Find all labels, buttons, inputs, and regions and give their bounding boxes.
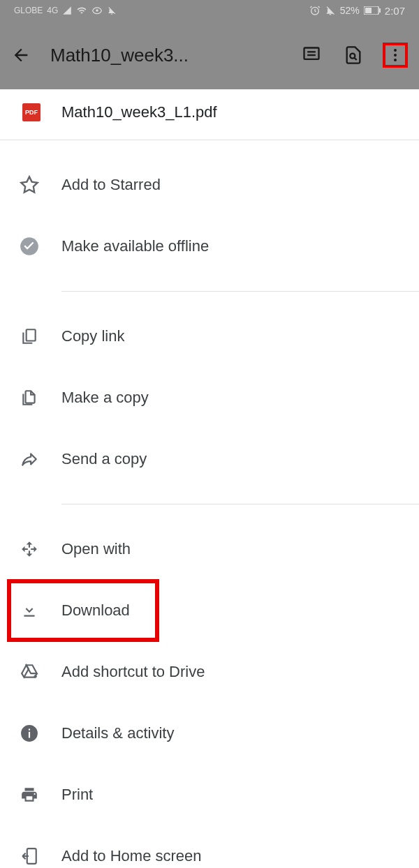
find-in-page-icon	[344, 45, 363, 65]
file-name: Math10_week3_L1.pdf	[61, 103, 217, 121]
more-vert-icon	[387, 47, 404, 63]
eye-icon	[91, 6, 103, 15]
star-icon	[20, 175, 39, 195]
status-bar: GLOBE 4G 52% 2:07	[0, 0, 419, 21]
drive-shortcut-icon	[20, 662, 39, 682]
menu-item-download[interactable]: Download	[0, 580, 419, 641]
menu-item-print[interactable]: Print	[0, 764, 419, 825]
menu-label-addshortcut: Add shortcut to Drive	[61, 663, 205, 681]
comment-button[interactable]	[299, 43, 324, 68]
svg-point-12	[394, 59, 397, 61]
send-icon	[20, 449, 39, 469]
alarm-icon	[309, 5, 321, 16]
svg-rect-5	[304, 48, 319, 59]
open-with-icon	[20, 539, 39, 559]
offline-icon	[20, 237, 39, 256]
file-header: PDF Math10_week3_L1.pdf	[0, 89, 419, 140]
home-screen-icon	[20, 846, 39, 866]
svg-rect-20	[29, 729, 30, 731]
copy-link-icon	[20, 327, 39, 346]
dnd-icon	[107, 6, 117, 15]
svg-rect-3	[365, 8, 372, 13]
svg-point-11	[394, 54, 397, 57]
make-copy-icon	[20, 388, 39, 407]
app-title: Math10_week3...	[50, 45, 279, 66]
comment-icon	[302, 45, 321, 65]
menu-label-offline: Make available offline	[61, 237, 209, 255]
menu-item-openwith[interactable]: Open with	[0, 518, 419, 580]
menu-item-sendcopy[interactable]: Send a copy	[0, 428, 419, 490]
menu-item-offline[interactable]: Make available offline	[0, 216, 419, 277]
more-options-button[interactable]	[383, 43, 408, 68]
svg-point-0	[96, 9, 99, 12]
svg-rect-19	[29, 732, 30, 738]
search-in-doc-button[interactable]	[341, 43, 366, 68]
menu-item-homescreen[interactable]: Add to Home screen	[0, 825, 419, 868]
pdf-icon: PDF	[22, 103, 41, 121]
back-button[interactable]	[11, 45, 31, 65]
download-icon	[20, 601, 39, 620]
menu-label-starred: Add to Starred	[61, 176, 161, 194]
menu-label-download: Download	[61, 601, 130, 620]
svg-rect-15	[27, 329, 36, 341]
svg-marker-13	[21, 177, 37, 192]
signal-icon	[62, 6, 72, 15]
menu-label-openwith: Open with	[61, 540, 131, 558]
menu-label-print: Print	[61, 786, 93, 804]
options-sheet: PDF Math10_week3_L1.pdf Add to Starred M…	[0, 89, 419, 868]
battery-icon	[364, 6, 381, 15]
svg-line-9	[355, 58, 357, 60]
network-label: 4G	[47, 6, 58, 15]
menu-label-sendcopy: Send a copy	[61, 450, 147, 468]
wifi-icon	[76, 6, 87, 15]
print-icon	[20, 785, 39, 805]
app-bar: Math10_week3...	[0, 21, 419, 89]
svg-point-8	[350, 54, 355, 59]
svg-rect-4	[379, 8, 381, 13]
menu-item-copylink[interactable]: Copy link	[0, 306, 419, 367]
status-right: 52% 2:07	[309, 5, 405, 17]
time-label: 2:07	[385, 5, 405, 17]
menu-label-makecopy: Make a copy	[61, 389, 149, 407]
app-actions	[299, 43, 408, 68]
menu-item-addshortcut[interactable]: Add shortcut to Drive	[0, 641, 419, 703]
menu-label-details: Details & activity	[61, 724, 174, 742]
status-left: GLOBE 4G	[14, 6, 117, 15]
battery-percent: 52%	[340, 5, 360, 16]
carrier-label: GLOBE	[14, 6, 43, 15]
menu-item-starred[interactable]: Add to Starred	[0, 154, 419, 216]
menu-label-homescreen: Add to Home screen	[61, 847, 202, 865]
arrow-back-icon	[11, 45, 31, 65]
svg-point-10	[394, 49, 397, 52]
menu-item-details[interactable]: Details & activity	[0, 703, 419, 764]
menu-item-makecopy[interactable]: Make a copy	[0, 367, 419, 428]
bell-off-icon	[325, 5, 336, 16]
info-icon	[20, 724, 39, 743]
menu-label-copylink: Copy link	[61, 327, 124, 345]
